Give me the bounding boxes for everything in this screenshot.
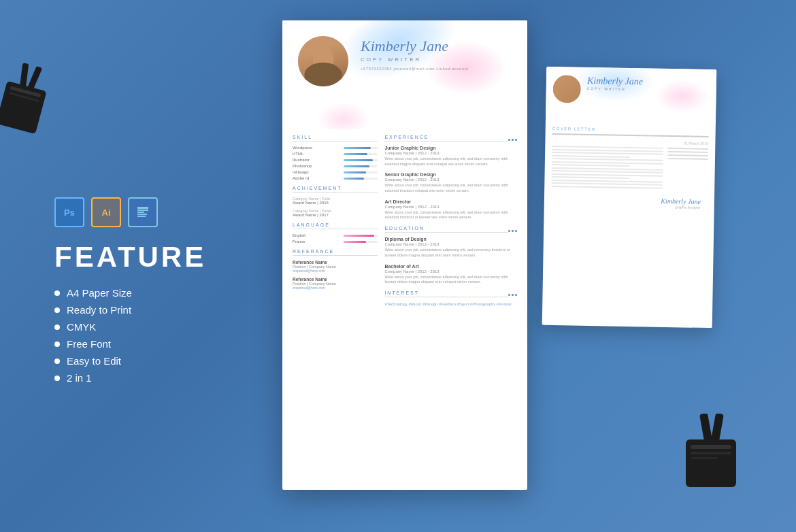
exp-item: Senior Graphic Design Company Name | 201… (384, 172, 517, 193)
word-icon (128, 197, 158, 227)
list-item: Easy to Edit (54, 355, 206, 367)
resume-job-title: COPY WRITER (361, 56, 469, 63)
list-item: CMYK (54, 321, 206, 333)
resume-name-block: Kimberly Jane COPY WRITER +67579222354 j… (361, 37, 469, 71)
cover-divider (552, 133, 709, 137)
illustrator-icon: Ai (91, 197, 121, 227)
ref-item: Referance Name Position | Company Name d… (293, 277, 378, 290)
svg-rect-15 (691, 457, 718, 459)
skill-item: Adobe Id (293, 176, 378, 180)
svg-rect-13 (691, 445, 731, 449)
bullet-dot (54, 376, 60, 381)
resume-name: Kimberly Jane (361, 37, 469, 55)
cover-photo (551, 73, 582, 105)
bullet-dot (54, 359, 60, 364)
skill-bar (344, 153, 378, 155)
achievement-item: Category Name / Gold Award Name | 2015 (293, 197, 378, 205)
photoshop-icon: Ps (54, 197, 84, 227)
svg-rect-7 (0, 81, 47, 134)
resume-photo (296, 34, 350, 88)
resume-header: Kimberly Jane COPY WRITER +67579222354 j… (282, 20, 527, 122)
lang-bar (344, 235, 378, 237)
skill-bar (344, 147, 378, 149)
bullet-dot (54, 290, 60, 296)
list-item: 2 in 1 (54, 372, 206, 384)
experience-section-title: EXPERIENCE (384, 135, 508, 142)
cover-right-info (667, 148, 708, 162)
skill-item: Illustrator (293, 158, 378, 162)
skill-bar (344, 159, 378, 161)
edu-item: Bachelor of Art Company Name | 2012 - 20… (384, 264, 517, 285)
achievement-section-title: ACHIEVEMENT (293, 186, 378, 193)
skill-list: Wordpress HTML Illustrator Photoshop InD… (293, 146, 378, 180)
bullet-dot (54, 342, 60, 347)
resume-contact: +67579222354 jocemail@mail.com Linked.ac… (361, 67, 469, 71)
lang-item: France (293, 239, 378, 244)
resume-preview-main: Kimberly Jane COPY WRITER +67579222354 j… (282, 20, 527, 490)
section-dots (508, 139, 517, 141)
feature-title: FEATURE (54, 241, 206, 273)
education-section-title: EDUCATION (384, 226, 508, 233)
svg-rect-14 (691, 452, 731, 454)
lang-bar (344, 241, 378, 243)
resume-body: SKILL Wordpress HTML Illustrator Photosh… (282, 122, 527, 490)
lang-item: English (293, 233, 378, 237)
interest-tags: #Technology #Music #Design #Fashion #Spo… (384, 301, 517, 307)
cover-header: Kimberly Jane COPY WRITER (546, 67, 716, 124)
skill-item: Wordpress (293, 146, 378, 150)
reference-list: Referance Name Position | Company Name d… (293, 260, 378, 290)
exp-item: Art Director Company Name | 2012 - 2013 … (384, 199, 517, 220)
exp-item: Junior Graphic Design Company Name | 201… (384, 146, 517, 167)
ref-item: Referance Name Position | Company Name d… (293, 260, 378, 273)
cover-text-lines (551, 146, 663, 190)
achievement-item: Category Name / Silver Award Name | 2017 (293, 209, 378, 217)
reference-section-title: REFERANCE (293, 249, 378, 256)
cover-watercolor-pink (654, 79, 710, 114)
list-item: Ready to Print (54, 304, 206, 316)
list-item: A4 Paper Size (54, 287, 206, 299)
skill-bar (344, 171, 378, 173)
language-list: English France (293, 233, 378, 244)
binder-clip-bottom-right (680, 414, 742, 491)
language-section-title: LANGUAGE (293, 222, 378, 229)
achievement-list: Category Name / Gold Award Name | 2015 C… (293, 197, 378, 217)
cover-letter-preview: Kimberly Jane COPY WRITER COVER LETTER 0… (542, 67, 717, 328)
list-item: Free Font (54, 338, 206, 350)
skill-section-title: SKILL (293, 135, 378, 142)
cover-name-block: Kimberly Jane COPY WRITER (587, 76, 643, 91)
person-silhouette (298, 36, 348, 86)
bullet-dot (54, 307, 60, 313)
cover-date: 01 March 2019 (552, 139, 708, 146)
skill-bar (344, 165, 378, 167)
bullet-dot (54, 325, 60, 330)
resume-right-column: EXPERIENCE Junior Graphic Design Company… (384, 129, 517, 483)
watercolor-pink-splash-2 (316, 102, 371, 129)
feature-list: A4 Paper Size Ready to Print CMYK Free F… (54, 287, 206, 384)
cover-section-title: COVER LETTER (552, 127, 709, 133)
cover-content-area (551, 146, 708, 191)
skill-bar (344, 178, 378, 180)
skill-item: InDesign (293, 170, 378, 174)
cover-name: Kimberly Jane (587, 76, 643, 87)
education-list: Diploma of Design Company Name | 2012 - … (384, 237, 517, 285)
skill-item: HTML (293, 152, 378, 156)
interest-section-title: INTEREST (384, 290, 508, 297)
cover-body: COVER LETTER 01 March 2019 (544, 121, 716, 215)
software-icons: Ps Ai (54, 197, 206, 227)
skill-item: Photoshop (293, 164, 378, 168)
feature-section: Ps Ai FEATURE A4 Paper Size Ready to Pri… (54, 197, 206, 389)
experience-list: Junior Graphic Design Company Name | 201… (384, 146, 517, 220)
section-dots (508, 294, 517, 296)
resume-left-column: SKILL Wordpress HTML Illustrator Photosh… (293, 129, 378, 483)
section-dots (508, 230, 517, 232)
edu-item: Diploma of Design Company Name | 2012 - … (384, 237, 517, 258)
